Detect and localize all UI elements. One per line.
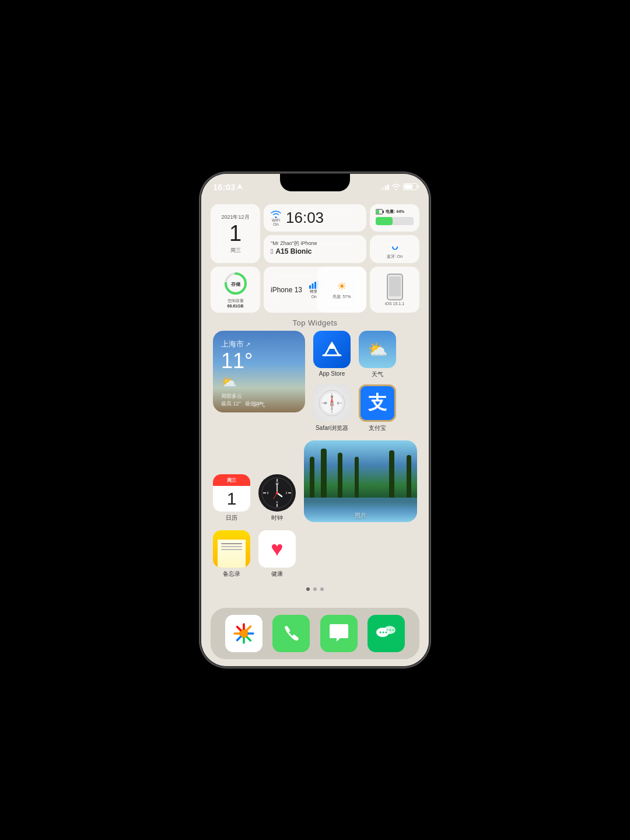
apps-row1: 上海市 ↗ 11° ⛅ 局部多云 最高 12° 最低 4° 天气	[201, 331, 429, 432]
location-icon	[237, 184, 243, 190]
health-app[interactable]: ♥ 健康	[258, 530, 296, 578]
weather-app-icon: ⛅	[359, 331, 396, 368]
weather-app[interactable]: ⛅ 天气	[359, 331, 396, 379]
weather-widget[interactable]: 上海市 ↗ 11° ⛅ 局部多云 最高 12° 最低 4° 天气	[213, 331, 305, 412]
page-dot-2[interactable]	[313, 587, 317, 591]
cal-day: 1	[213, 486, 250, 512]
calendar-label: 日历	[226, 514, 237, 522]
alipay-label: 支付宝	[369, 424, 386, 432]
status-icons	[380, 183, 417, 190]
notch	[280, 174, 350, 191]
phone-frame: 16:03	[201, 174, 429, 666]
svg-point-39	[380, 632, 382, 634]
svg-rect-3	[383, 211, 384, 213]
date-widget[interactable]: 2021年12月 1 周三	[211, 204, 260, 263]
svg-point-40	[383, 632, 384, 634]
dock-wechat-icon	[368, 615, 405, 652]
app-store-label: App Store	[319, 370, 345, 377]
status-time: 16:03	[213, 182, 243, 192]
dock-phone[interactable]	[272, 615, 310, 652]
clock-label: 时钟	[271, 514, 283, 522]
svg-text:W: W	[324, 401, 327, 405]
home-screen: 16:03	[201, 174, 429, 666]
cal-header: 周三	[213, 474, 250, 486]
weather-city: 上海市 ↗	[221, 339, 297, 349]
health-icon: ♥	[258, 530, 296, 568]
dock-wechat[interactable]	[368, 615, 405, 652]
storage-widget[interactable]: 存储 空闲容量 68.61GB	[211, 267, 260, 313]
cellular-status: On	[311, 295, 316, 299]
battery-percent: 电量: 44%	[386, 209, 404, 215]
svg-rect-8	[312, 284, 314, 289]
battery-bar	[376, 217, 414, 225]
app-store[interactable]: App Store	[313, 331, 351, 379]
ios-widget[interactable]: iOS 15.1.1	[370, 267, 419, 313]
clock-time-display: 16:03	[286, 209, 324, 227]
health-label: 健康	[271, 570, 283, 578]
page-dot-3[interactable]	[320, 587, 324, 591]
photos-label: 照片	[355, 512, 366, 520]
alipay-app[interactable]: 支 支付宝	[359, 384, 396, 432]
weather-app-label: 天气	[372, 370, 383, 379]
photos-widget[interactable]: 照片	[304, 440, 417, 522]
svg-text:3: 3	[286, 491, 288, 495]
date-weekday: 周三	[230, 247, 241, 254]
photos-background	[304, 440, 417, 522]
ios-label: iOS 15.1.1	[385, 302, 404, 306]
svg-point-35	[276, 492, 278, 494]
widget-section: 2021年12月 1 周三 WiFi On 16:	[201, 200, 429, 313]
weather-temp: 11°	[221, 349, 297, 373]
brightness-label: 亮度: 57%	[332, 294, 351, 300]
app-store-icon	[313, 331, 351, 368]
storage-label: 空闲容量	[228, 298, 244, 304]
svg-point-43	[390, 629, 391, 631]
svg-point-44	[393, 629, 394, 631]
notes-icon	[213, 530, 250, 568]
bluetooth-label: 蓝牙: On	[387, 254, 402, 260]
dock-photos[interactable]	[225, 615, 262, 652]
date-day: 1	[229, 222, 242, 244]
notes-app[interactable]: 备忘录	[213, 530, 250, 578]
weather-widget-label: 天气	[253, 401, 265, 409]
model-name: iPhone 13	[271, 286, 302, 294]
page-dot-1[interactable]	[306, 587, 310, 591]
brightness-widget[interactable]: ☀ 亮度: 57%	[317, 267, 366, 313]
battery-widget-icon	[376, 209, 384, 215]
date-month: 2021年12月	[221, 214, 249, 221]
safari-icon: N S E W	[313, 384, 351, 422]
battery-widget[interactable]: 电量: 44%	[370, 204, 419, 232]
clock-widget[interactable]: WiFi On 16:03	[264, 204, 366, 232]
battery-icon	[403, 183, 417, 190]
safari-app[interactable]: N S E W Safari浏览器	[313, 384, 351, 432]
dock-messages-icon	[320, 615, 358, 652]
signal-icon	[380, 183, 389, 190]
clock-app[interactable]: 12 6 3 9 时钟	[258, 474, 296, 522]
alipay-icon: 支	[359, 384, 396, 422]
dock-messages[interactable]	[320, 615, 358, 652]
svg-rect-9	[314, 282, 316, 289]
brightness-icon: ☀	[337, 280, 346, 293]
storage-ring: 存储	[223, 271, 248, 296]
apps-row3: 备忘录 ♥ 健康	[201, 530, 429, 578]
svg-text:6: 6	[276, 501, 278, 504]
svg-text:9: 9	[267, 491, 269, 495]
dock-photos-icon	[225, 615, 262, 652]
device-owner: "Mr Zhao"的 iPhone	[271, 240, 359, 247]
device-chip:  A15 Bionic	[271, 247, 359, 256]
clock-icon: 12 6 3 9	[258, 474, 296, 512]
svg-marker-0	[237, 184, 243, 190]
safari-label: Safari浏览器	[316, 424, 348, 432]
dock	[211, 608, 419, 659]
page-indicators	[201, 578, 429, 597]
wifi-widget-icon	[271, 210, 281, 218]
wifi-label: WiFi	[272, 218, 280, 222]
wifi-status: On	[273, 222, 278, 226]
bluetooth-widget[interactable]: ᴗ 蓝牙: On	[370, 235, 419, 263]
svg-point-42	[387, 629, 388, 631]
right-apps-col: App Store ⛅ 天气	[313, 331, 396, 432]
svg-rect-2	[376, 210, 379, 214]
apps-row-bottom: N S E W Safari浏览器	[313, 384, 396, 432]
svg-point-41	[386, 632, 387, 634]
calendar-app[interactable]: 周三 1 日历	[213, 474, 250, 522]
device-widget[interactable]: "Mr Zhao"的 iPhone  A15 Bionic	[264, 235, 366, 263]
